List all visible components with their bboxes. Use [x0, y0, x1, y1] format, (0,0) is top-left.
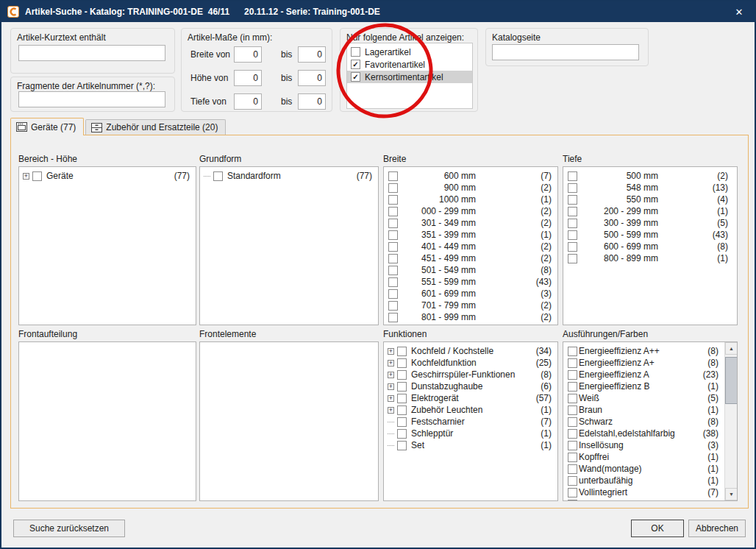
checkbox[interactable] — [568, 358, 577, 368]
checkbox[interactable] — [568, 500, 577, 502]
checkbox[interactable] — [568, 382, 577, 392]
checkbox[interactable] — [388, 254, 398, 263]
expander-icon[interactable]: + — [388, 372, 394, 378]
close-button[interactable]: ✕ — [728, 4, 750, 20]
filter-option[interactable]: 500 - 599 mm (43) — [563, 229, 737, 241]
artikel-typ-option[interactable]: ✓ Kernsortimentartikel — [347, 71, 472, 83]
tree-item[interactable]: + Zubehör Leuchten (1) — [384, 404, 557, 416]
ok-button[interactable]: OK — [631, 520, 684, 537]
checkbox[interactable] — [568, 405, 577, 415]
filter-option[interactable]: 800 - 899 mm (1) — [563, 252, 737, 264]
filter-option[interactable]: 551 - 599 mm (43) — [384, 276, 557, 288]
checkbox[interactable] — [568, 476, 577, 486]
filter-option[interactable]: Braun (1) — [563, 404, 724, 416]
checkbox[interactable] — [388, 171, 398, 181]
filter-option[interactable]: Insellösung (3) — [563, 439, 724, 451]
checkbox[interactable] — [388, 289, 398, 299]
expander-icon[interactable]: + — [388, 395, 394, 402]
checkbox[interactable] — [568, 242, 577, 252]
suche-zuruecksetzen-button[interactable]: Suche zurücksetzen — [13, 520, 125, 537]
tree-item[interactable]: Schlepptür (1) — [384, 428, 557, 439]
checkbox[interactable] — [568, 347, 577, 356]
expander-icon[interactable] — [388, 445, 394, 446]
expander-icon[interactable]: + — [23, 173, 29, 180]
filter-option[interactable]: 401 - 449 mm (2) — [384, 241, 557, 252]
checkbox[interactable] — [351, 47, 360, 57]
checkbox[interactable] — [568, 394, 577, 403]
filter-option[interactable]: 548 mm (13) — [563, 182, 737, 194]
checkbox[interactable] — [397, 441, 407, 450]
filter-option[interactable]: 701 - 799 mm (2) — [384, 300, 557, 311]
filter-option[interactable]: 300 - 399 mm (5) — [563, 217, 737, 229]
checkbox[interactable] — [568, 183, 577, 193]
filter-option[interactable]: Weiß (5) — [563, 392, 724, 404]
katalogseite-input[interactable] — [492, 44, 639, 60]
tree-item[interactable]: Standardform (77) — [200, 170, 378, 182]
masse-from-input[interactable] — [234, 46, 262, 63]
expander-icon[interactable]: + — [388, 360, 394, 366]
checkbox[interactable] — [568, 488, 577, 497]
checkbox[interactable] — [32, 171, 42, 181]
filter-option[interactable]: 301 - 349 mm (2) — [384, 217, 557, 229]
filter-option[interactable]: 550 mm (4) — [563, 194, 737, 205]
checkbox[interactable]: ✓ — [351, 60, 360, 69]
artikel-typ-option[interactable]: ✓ Favoritenartikel — [347, 58, 472, 71]
tree-item[interactable]: + Geräte (77) — [19, 170, 196, 182]
filter-option[interactable]: Wand(montage) (1) — [563, 463, 724, 475]
checkbox[interactable] — [388, 266, 398, 275]
expander-icon[interactable] — [388, 422, 394, 422]
checkbox[interactable] — [388, 230, 398, 240]
expander-icon[interactable]: + — [388, 383, 394, 390]
checkbox[interactable] — [397, 394, 407, 403]
filter-option[interactable]: Kopffrei (1) — [563, 451, 724, 463]
tree-item[interactable]: + Kochfeldfunktion (25) — [384, 357, 557, 369]
checkbox[interactable] — [388, 219, 398, 228]
tree-item[interactable]: + Elektrogerät (57) — [384, 392, 557, 404]
filter-option[interactable]: teilintegriert (8) — [563, 498, 724, 501]
masse-from-input[interactable] — [234, 70, 262, 86]
checkbox[interactable] — [397, 405, 407, 415]
tab-zubehoer[interactable]: Zubehör und Ersatzteile (20) — [85, 119, 226, 135]
filter-option[interactable]: 600 mm (7) — [384, 170, 557, 182]
vertical-scrollbar[interactable]: ▲ ▼ — [724, 342, 737, 500]
expander-icon[interactable] — [204, 176, 210, 177]
artikel-typ-option[interactable]: Lagerartikel — [347, 46, 472, 58]
masse-to-input[interactable] — [298, 46, 326, 63]
scroll-down-button[interactable]: ▼ — [725, 488, 738, 500]
tree-item[interactable]: + Dunstabzughaube (6) — [384, 380, 557, 392]
filter-option[interactable]: 601 - 699 mm (3) — [384, 288, 557, 300]
filter-option[interactable]: Energieeffizienz A++ (8) — [563, 345, 724, 357]
filter-option[interactable]: 1000 mm (1) — [384, 194, 557, 205]
filter-option[interactable]: 000 - 299 mm (2) — [384, 205, 557, 217]
masse-from-input[interactable] — [234, 93, 262, 110]
filter-option[interactable]: Vollintegriert (7) — [563, 486, 724, 498]
filter-option[interactable]: Schwarz (8) — [563, 416, 724, 428]
checkbox[interactable] — [568, 429, 577, 439]
masse-to-input[interactable] — [298, 93, 326, 110]
checkbox[interactable] — [568, 453, 577, 462]
expander-icon[interactable]: + — [388, 407, 394, 414]
checkbox[interactable] — [568, 441, 577, 450]
checkbox[interactable] — [568, 219, 577, 228]
masse-to-input[interactable] — [298, 70, 326, 86]
filter-option[interactable]: 500 mm (2) — [563, 170, 737, 182]
checkbox[interactable] — [397, 417, 407, 427]
checkbox[interactable] — [213, 171, 223, 181]
checkbox[interactable] — [397, 429, 407, 439]
filter-option[interactable]: 600 - 699 mm (8) — [563, 241, 737, 252]
expander-icon[interactable] — [388, 433, 394, 434]
scroll-up-button[interactable]: ▲ — [725, 342, 738, 355]
tree-item[interactable]: Festscharnier (7) — [384, 416, 557, 428]
checkbox[interactable] — [568, 195, 577, 205]
filter-option[interactable]: Edelstahl,edelstahlfarbig (38) — [563, 428, 724, 439]
filter-option[interactable]: 200 - 299 mm (1) — [563, 205, 737, 217]
expander-icon[interactable]: + — [388, 348, 394, 355]
checkbox[interactable] — [568, 370, 577, 380]
kurztext-input[interactable] — [18, 45, 165, 61]
filter-option[interactable]: 801 - 999 mm (2) — [384, 311, 557, 323]
checkbox[interactable] — [568, 171, 577, 181]
filter-option[interactable]: Energieeffizienz A (23) — [563, 369, 724, 380]
checkbox[interactable] — [568, 254, 577, 263]
checkbox[interactable] — [397, 358, 407, 368]
checkbox[interactable] — [388, 183, 398, 193]
